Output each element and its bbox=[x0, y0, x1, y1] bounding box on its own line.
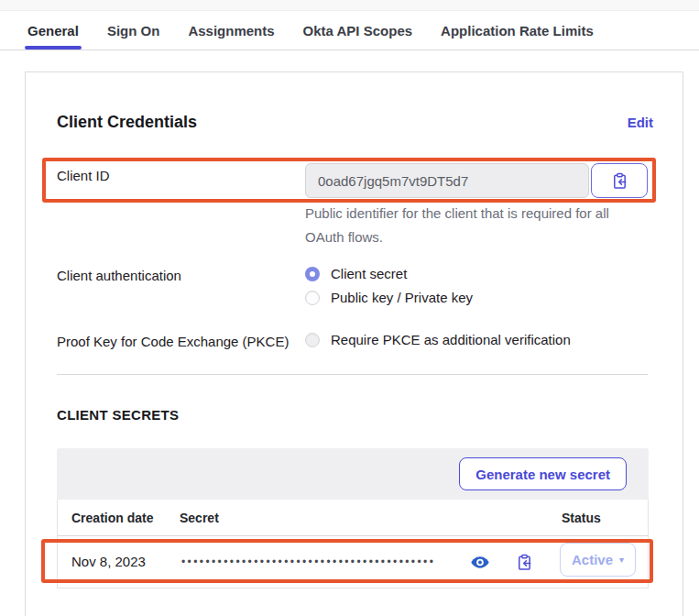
top-strip bbox=[0, 0, 699, 11]
client-authentication-label: Client authentication bbox=[57, 268, 181, 283]
tab-label: Application Rate Limits bbox=[441, 23, 594, 38]
general-settings-card: Client Credentials Edit Client ID Public… bbox=[25, 72, 683, 616]
table-row: Nov 8, 2023 ••••••••••••••••••••••••••••… bbox=[58, 536, 648, 588]
edit-link[interactable]: Edit bbox=[628, 115, 653, 130]
tab-label: Okta API Scopes bbox=[303, 23, 413, 38]
tab-label: Sign On bbox=[107, 23, 160, 38]
copy-secret-button[interactable] bbox=[514, 552, 534, 572]
masked-secret-value: ••••••••••••••••••••••••••••••••••••••••… bbox=[181, 536, 435, 588]
clipboard-copy-icon bbox=[611, 172, 628, 190]
column-header-creation-date: Creation date bbox=[71, 500, 153, 536]
radio-unselected-icon bbox=[305, 291, 320, 305]
clipboard-copy-icon bbox=[516, 554, 533, 571]
eye-icon bbox=[471, 556, 489, 569]
pkce-checkbox-option[interactable]: Require PKCE as additional verification bbox=[305, 332, 571, 347]
column-header-secret: Secret bbox=[180, 500, 219, 536]
caret-down-icon: ▾ bbox=[619, 555, 624, 565]
status-badge: Active bbox=[572, 552, 613, 567]
column-header-status: Status bbox=[562, 500, 601, 536]
copy-client-id-button[interactable] bbox=[591, 163, 648, 198]
client-secrets-table: Creation date Secret Status Nov 8, 2023 … bbox=[57, 500, 649, 588]
radio-client-secret[interactable]: Client secret bbox=[305, 266, 473, 281]
okta-app-settings-page: General Sign On Assignments Okta API Sco… bbox=[0, 0, 699, 616]
tab-label: Assignments bbox=[188, 23, 274, 38]
secret-creation-date: Nov 8, 2023 bbox=[71, 536, 146, 588]
tab-okta-api-scopes[interactable]: Okta API Scopes bbox=[303, 11, 413, 50]
table-header-row: Creation date Secret Status bbox=[58, 500, 648, 536]
client-credentials-title: Client Credentials bbox=[57, 113, 197, 132]
client-id-help-text: Public identifier for the client that is… bbox=[305, 202, 628, 249]
tab-application-rate-limits[interactable]: Application Rate Limits bbox=[441, 11, 594, 50]
radio-selected-icon bbox=[305, 267, 320, 281]
tabbar-divider bbox=[0, 50, 699, 50]
tab-label: General bbox=[27, 23, 79, 38]
section-divider bbox=[57, 374, 648, 375]
tab-general[interactable]: General bbox=[27, 11, 79, 50]
checkbox-unchecked-icon bbox=[305, 333, 320, 347]
secret-status-dropdown[interactable]: Active ▾ bbox=[560, 543, 636, 577]
client-id-input[interactable] bbox=[305, 163, 589, 198]
client-secrets-title: CLIENT SECRETS bbox=[57, 407, 179, 423]
tab-sign-on[interactable]: Sign On bbox=[107, 11, 160, 50]
client-secrets-toolbar: Generate new secret bbox=[57, 448, 649, 500]
radio-label: Client secret bbox=[331, 266, 407, 281]
generate-new-secret-button[interactable]: Generate new secret bbox=[459, 457, 627, 490]
tab-bar: General Sign On Assignments Okta API Sco… bbox=[0, 11, 699, 50]
reveal-secret-button[interactable] bbox=[470, 552, 490, 572]
checkbox-label: Require PKCE as additional verification bbox=[331, 332, 571, 347]
tab-assignments[interactable]: Assignments bbox=[188, 11, 274, 50]
client-id-label: Client ID bbox=[57, 168, 110, 183]
pkce-label: Proof Key for Code Exchange (PKCE) bbox=[57, 334, 289, 349]
radio-label: Public key / Private key bbox=[331, 290, 473, 305]
radio-public-private-key[interactable]: Public key / Private key bbox=[305, 290, 473, 305]
client-credentials-header: Client Credentials Edit bbox=[57, 113, 653, 132]
client-authentication-options: Client secret Public key / Private key bbox=[305, 266, 473, 305]
